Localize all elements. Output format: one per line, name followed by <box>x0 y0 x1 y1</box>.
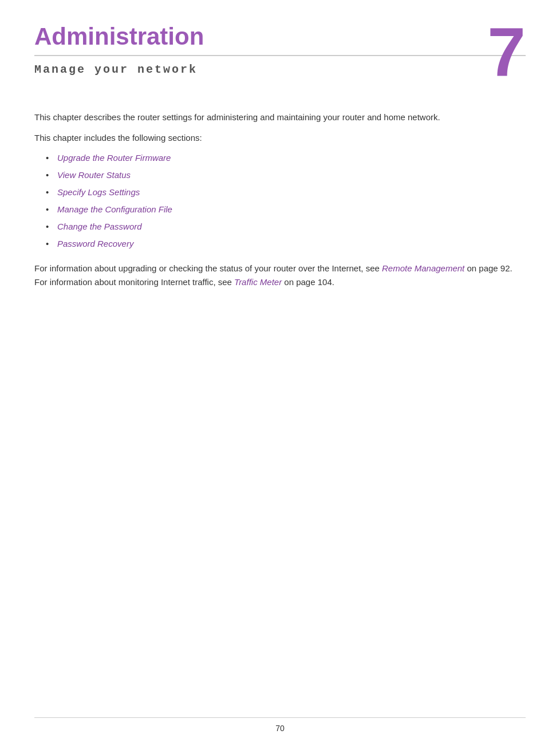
page-number: 70 <box>0 724 560 733</box>
footer-text-after: on page 104. <box>282 277 334 287</box>
chapter-subtitle: Manage your network <box>34 63 526 76</box>
page-container: 7 Administration Manage your network Thi… <box>0 0 560 323</box>
list-item-link[interactable]: Change the Password <box>57 222 142 231</box>
page-bottom: 70 <box>0 717 560 733</box>
list-item-link[interactable]: Password Recovery <box>57 239 133 248</box>
footer-paragraph: For information about upgrading or check… <box>34 262 526 289</box>
chapter-number: 7 <box>487 17 526 86</box>
bottom-rule <box>34 717 526 718</box>
bullet-list: Upgrade the Router FirmwareView Router S… <box>57 149 526 252</box>
list-item: Upgrade the Router Firmware <box>57 149 526 167</box>
intro-paragraph: This chapter describes the router settin… <box>34 110 526 124</box>
list-item-link[interactable]: View Router Status <box>57 170 131 180</box>
list-item-link[interactable]: Upgrade the Router Firmware <box>57 153 171 163</box>
list-item: Manage the Configuration File <box>57 201 526 218</box>
list-item: View Router Status <box>57 167 526 184</box>
chapter-title: Administration <box>34 23 526 50</box>
list-item: Change the Password <box>57 218 526 235</box>
footer-text-before: For information about upgrading or check… <box>34 263 382 273</box>
sections-intro: This chapter includes the following sect… <box>34 131 526 145</box>
list-item: Specify Logs Settings <box>57 184 526 201</box>
list-item-link[interactable]: Specify Logs Settings <box>57 187 140 197</box>
list-item: Password Recovery <box>57 235 526 252</box>
remote-management-link[interactable]: Remote Management <box>382 263 464 273</box>
list-item-link[interactable]: Manage the Configuration File <box>57 204 172 214</box>
title-rule <box>34 55 526 56</box>
traffic-meter-link[interactable]: Traffic Meter <box>234 277 282 287</box>
